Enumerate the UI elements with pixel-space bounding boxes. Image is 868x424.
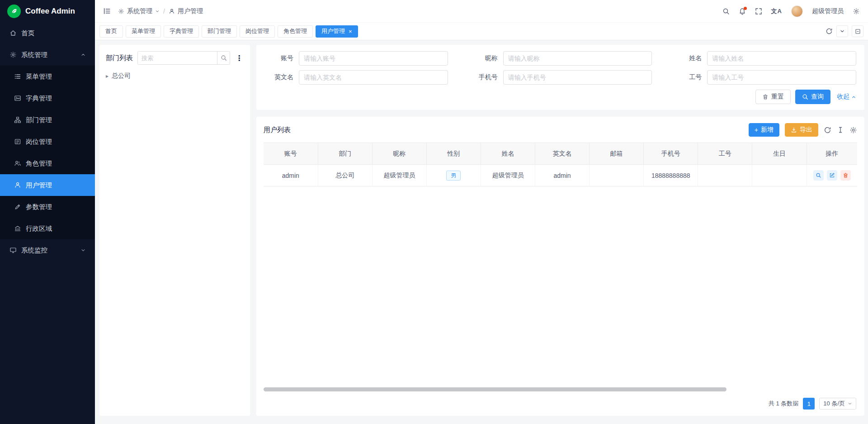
- work-no-input[interactable]: [707, 70, 856, 85]
- more-options-icon[interactable]: ⋮: [235, 54, 244, 62]
- cell-department: 总公司: [318, 165, 372, 186]
- refresh-icon[interactable]: [826, 28, 833, 35]
- user-list-card: 用户列表 + 新增 导出: [256, 117, 864, 416]
- column-header: 昵称: [372, 143, 426, 165]
- horizontal-scrollbar-track: [264, 385, 857, 393]
- sidebar-item-home[interactable]: 首页: [0, 22, 95, 44]
- delete-row-icon[interactable]: [840, 170, 851, 181]
- translate-icon[interactable]: 文A: [771, 7, 782, 15]
- table-settings-gear-icon[interactable]: [849, 126, 857, 134]
- sidebar-menu: 首页 系统管理 菜单管理 字典管理 部门管理 岗位管理: [0, 22, 95, 424]
- maximize-content-icon[interactable]: [852, 25, 863, 37]
- query-label: 查询: [811, 93, 824, 101]
- header-actions: 文A 超级管理员: [722, 5, 860, 17]
- tab-menu-management[interactable]: 菜单管理: [126, 25, 161, 38]
- breadcrumb-user-management[interactable]: 用户管理: [169, 7, 203, 15]
- reset-button[interactable]: 重置: [755, 90, 791, 104]
- app-logo: Coffee Admin: [0, 0, 95, 22]
- tab-home[interactable]: 首页: [99, 25, 123, 38]
- user-search-form: 账号 昵称 姓名 英文名: [256, 45, 864, 110]
- search-icon[interactable]: [722, 8, 730, 15]
- fullscreen-icon[interactable]: [755, 8, 762, 15]
- breadcrumb-system-management[interactable]: 系统管理: [118, 7, 160, 15]
- cell-english-name: admin: [535, 165, 589, 186]
- query-button[interactable]: 查询: [795, 90, 830, 104]
- name-input[interactable]: [707, 51, 856, 66]
- add-user-button[interactable]: + 新增: [749, 123, 779, 137]
- sidebar-item-department-management[interactable]: 部门管理: [0, 109, 95, 131]
- column-settings-icon[interactable]: [837, 126, 844, 133]
- tab-user-management[interactable]: 用户管理 ×: [316, 25, 358, 38]
- tab-close-icon[interactable]: ×: [349, 29, 352, 34]
- edit-row-icon[interactable]: [827, 170, 837, 181]
- breadcrumb: 系统管理 / 用户管理: [118, 7, 203, 15]
- field-label: 姓名: [673, 54, 702, 62]
- user-table: 账号 部门 昵称 性别 姓名 英文名 邮箱 手机号 工号 生日 操作: [264, 143, 857, 186]
- export-button[interactable]: 导出: [785, 123, 818, 137]
- account-input[interactable]: [299, 51, 448, 66]
- tab-bar: 首页 菜单管理 字典管理 部门管理 岗位管理 角色管理 用户管理 ×: [95, 22, 868, 40]
- sidebar-item-dictionary-management[interactable]: 字典管理: [0, 87, 95, 109]
- view-row-icon[interactable]: [813, 170, 824, 181]
- nickname-input[interactable]: [503, 51, 652, 66]
- field-label: 手机号: [469, 73, 498, 81]
- refresh-icon[interactable]: [824, 126, 831, 134]
- cell-nickname: 超级管理员: [372, 165, 426, 186]
- sidebar-item-admin-region[interactable]: 行政区域: [0, 218, 95, 239]
- top-header: 系统管理 / 用户管理 文A 超级管理员: [95, 0, 868, 22]
- sidebar-item-label: 岗位管理: [26, 138, 52, 146]
- id-card-icon: [14, 138, 21, 146]
- tab-list-dropdown-icon[interactable]: [836, 25, 848, 37]
- sidebar-item-parameter-management[interactable]: 参数管理: [0, 196, 95, 218]
- sidebar-item-system-monitor[interactable]: 系统监控: [0, 239, 95, 261]
- phone-input[interactable]: [503, 70, 652, 85]
- collapse-label: 收起: [837, 93, 849, 101]
- list-icon: [14, 73, 21, 81]
- menu-fold-icon[interactable]: [103, 7, 111, 15]
- column-header: 账号: [264, 143, 318, 165]
- cell-account: admin: [264, 165, 318, 186]
- notification-bell-icon[interactable]: [739, 8, 746, 15]
- chevron-down-icon: [155, 9, 160, 14]
- gender-badge: 男: [446, 171, 461, 181]
- column-header: 手机号: [644, 143, 698, 165]
- add-label: 新增: [761, 126, 774, 134]
- page-size-select[interactable]: 10 条/页: [819, 398, 856, 410]
- pagination-total: 共 1 条数据: [769, 400, 798, 408]
- chevron-down-icon: [80, 248, 86, 253]
- dictionary-icon: [14, 95, 21, 102]
- settings-gear-icon[interactable]: [853, 8, 860, 15]
- two-persons-icon: [14, 160, 21, 167]
- tree-item-head-company[interactable]: ▸ 总公司: [106, 71, 244, 81]
- sidebar-item-post-management[interactable]: 岗位管理: [0, 131, 95, 152]
- search-form-actions: 重置 查询 收起: [264, 90, 856, 104]
- page-1-button[interactable]: 1: [803, 398, 815, 410]
- tab-post-management[interactable]: 岗位管理: [240, 25, 275, 38]
- sidebar-item-label: 字典管理: [26, 94, 52, 103]
- tab-label: 岗位管理: [245, 27, 269, 35]
- tab-role-management[interactable]: 角色管理: [278, 25, 313, 38]
- tab-dictionary-management[interactable]: 字典管理: [164, 25, 199, 38]
- collapse-toggle[interactable]: 收起: [837, 93, 856, 101]
- main-area: 系统管理 / 用户管理 文A 超级管理员 首页 菜单管理: [95, 0, 868, 424]
- pagination: 共 1 条数据 1 10 条/页: [264, 393, 857, 411]
- sidebar-item-system-management[interactable]: 系统管理: [0, 44, 95, 66]
- sidebar-item-label: 行政区域: [26, 224, 52, 233]
- sidebar-item-user-management[interactable]: 用户管理: [0, 174, 95, 196]
- department-panel-title: 部门列表: [106, 54, 133, 62]
- monitor-icon: [9, 247, 17, 254]
- department-search-input[interactable]: [138, 52, 217, 64]
- notification-dot: [744, 7, 747, 10]
- english-name-input[interactable]: [299, 70, 448, 85]
- field-work-no: 工号: [673, 70, 856, 85]
- user-avatar[interactable]: [791, 5, 803, 17]
- tab-department-management[interactable]: 部门管理: [202, 25, 237, 38]
- tab-label: 字典管理: [170, 27, 193, 35]
- chevron-up-icon: [80, 52, 86, 57]
- sidebar-item-label: 菜单管理: [26, 72, 52, 81]
- sidebar-item-role-management[interactable]: 角色管理: [0, 152, 95, 174]
- horizontal-scrollbar-thumb[interactable]: [264, 387, 726, 391]
- breadcrumb-label: 系统管理: [127, 7, 152, 15]
- search-icon[interactable]: [217, 52, 230, 64]
- sidebar-item-menu-management[interactable]: 菜单管理: [0, 66, 95, 87]
